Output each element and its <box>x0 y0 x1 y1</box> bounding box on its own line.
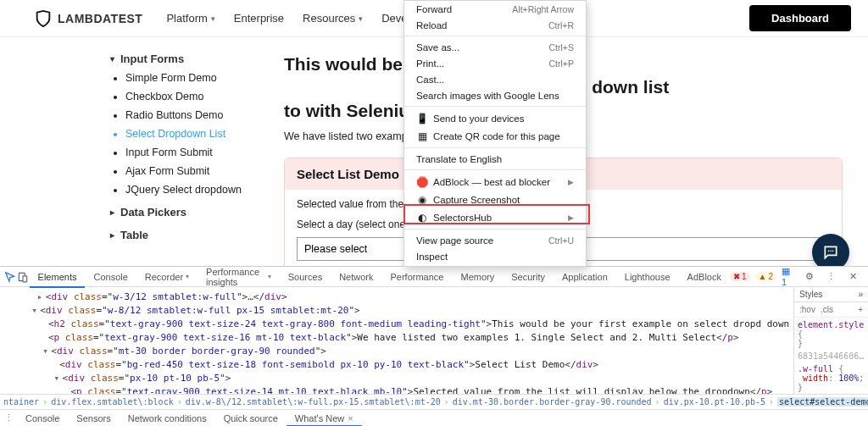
sidebar-section-table[interactable]: ▸Table <box>110 229 267 241</box>
more-icon[interactable]: ⋮ <box>823 268 840 286</box>
devtools-tab-memory[interactable]: Memory <box>452 267 503 287</box>
context-menu-item[interactable]: ForwardAlt+Right Arrow <box>404 1 586 17</box>
logo[interactable]: LAMBDATEST <box>34 9 142 28</box>
chevron-down-icon: ▾ <box>211 14 215 23</box>
close-icon[interactable]: ✕ <box>844 268 861 286</box>
svg-point-0 <box>828 251 830 252</box>
adblock-icon: 🛑 <box>416 176 428 188</box>
context-menu-item[interactable]: ◐SelectorsHub▶ <box>404 208 586 226</box>
chevron-down-icon: ▾ <box>110 54 120 64</box>
svg-point-1 <box>830 251 832 252</box>
qr-icon: ▦ <box>416 130 428 142</box>
sidebar-item-checkbox[interactable]: Checkbox Demo <box>125 91 267 102</box>
nav-resources[interactable]: Resources▾ <box>303 12 363 25</box>
drawer-tab-console[interactable]: Console <box>17 410 68 427</box>
context-menu-item[interactable]: 🛑AdBlock — best ad blocker▶ <box>404 173 586 191</box>
devtools-tab-network[interactable]: Network <box>331 267 381 287</box>
sidebar-item-simple-form[interactable]: Simple Form Demo <box>125 72 267 84</box>
context-menu-item[interactable]: Save as...Ctrl+S <box>404 39 586 55</box>
devtools-tab-recorder[interactable]: Recorder▾ <box>136 267 198 287</box>
elements-tree[interactable]: ▸<div class="w-3/12 smtablet:w-full">…</… <box>0 287 793 394</box>
devices-icon: 📱 <box>416 113 428 124</box>
chat-icon <box>822 244 839 261</box>
capture-icon: ◉ <box>416 194 428 206</box>
more-icon[interactable]: ⋮ <box>0 412 17 423</box>
dashboard-button[interactable]: Dashboard <box>749 5 851 31</box>
context-menu-item[interactable]: Translate to English <box>404 151 586 167</box>
devtools-tab-sources[interactable]: Sources <box>280 267 331 287</box>
context-menu-item[interactable]: Inspect <box>404 248 586 264</box>
context-menu-item[interactable]: ReloadCtrl+R <box>404 17 586 33</box>
devtools-tab-lighthouse[interactable]: Lighthouse <box>616 267 679 287</box>
sidebar-item-input-form[interactable]: Input Form Submit <box>125 147 267 158</box>
sidebar-section-data-pickers[interactable]: ▸Data Pickers <box>110 206 267 219</box>
chevron-right-icon: ▸ <box>110 207 120 217</box>
gear-icon[interactable]: ⚙ <box>801 268 818 286</box>
cls-filter[interactable]: .cls <box>821 305 833 314</box>
hover-filter[interactable]: :hov <box>799 305 815 314</box>
nav-enterprise[interactable]: Enterprise <box>234 12 284 25</box>
chevron-down-icon: ▾ <box>359 14 363 23</box>
issues-badge[interactable]: ▦ 1 <box>782 266 796 287</box>
sidebar-section-input-forms[interactable]: ▾Input Forms <box>110 53 267 65</box>
sidebar: ▾Input Forms Simple Form Demo Checkbox D… <box>110 53 267 274</box>
devtools-tab-application[interactable]: Application <box>554 267 616 287</box>
drawer-tab-whats-new[interactable]: What's New× <box>287 410 362 427</box>
devtools-tab-security[interactable]: Security <box>503 267 554 287</box>
devtools: Elements Console Recorder▾ Performance i… <box>0 266 868 426</box>
error-badge[interactable]: ✖ 1 <box>730 272 750 281</box>
svg-rect-4 <box>23 275 27 281</box>
drawer-tab-sensors[interactable]: Sensors <box>68 410 119 427</box>
plus-icon[interactable]: + <box>858 305 863 314</box>
close-icon[interactable]: × <box>348 413 353 423</box>
devtools-tab-elements[interactable]: Elements <box>30 267 86 287</box>
devtools-tab-perf-insights[interactable]: Performance insights▾ <box>198 267 280 287</box>
svg-point-2 <box>832 251 834 252</box>
styles-pane: Styles» :hov.cls+ element.style {} 6831a… <box>793 287 868 394</box>
breadcrumb[interactable]: ntainer› div.flex.smtablet\:block› div.w… <box>0 394 868 409</box>
chevron-down-icon: ▾ <box>186 273 189 280</box>
logo-icon <box>34 9 53 28</box>
selhub-icon: ◐ <box>416 212 428 224</box>
devtools-tabs: Elements Console Recorder▾ Performance i… <box>0 267 868 287</box>
devtools-drawer: ⋮ Console Sensors Network conditions Qui… <box>0 409 868 426</box>
nav-platform[interactable]: Platform▾ <box>166 12 214 25</box>
context-menu-item[interactable]: Search images with Google Lens <box>404 87 586 103</box>
context-menu-item[interactable]: ◉Capture Screenshot <box>404 191 586 208</box>
chevron-right-icon: ▶ <box>568 213 574 222</box>
drawer-tab-network-cond[interactable]: Network conditions <box>120 410 215 427</box>
styles-tab[interactable]: Styles <box>799 290 822 299</box>
warning-badge[interactable]: ▲ 2 <box>755 272 776 281</box>
context-menu-item[interactable]: View page sourceCtrl+U <box>404 232 586 248</box>
chevron-right-icon: ▸ <box>110 230 120 240</box>
chevron-down-icon: ▾ <box>268 273 271 280</box>
context-menu: ForwardAlt+Right ArrowReloadCtrl+RSave a… <box>403 0 587 267</box>
sidebar-item-select-dropdown[interactable]: Select Dropdown List <box>125 128 267 140</box>
context-menu-item[interactable]: Cast... <box>404 71 586 87</box>
chevron-right-icon: ▶ <box>568 178 574 186</box>
context-menu-item[interactable]: ▦Create QR code for this page <box>404 127 586 145</box>
sidebar-item-ajax-form[interactable]: Ajax Form Submit <box>125 165 267 177</box>
more-icon[interactable]: » <box>858 290 863 299</box>
drawer-tab-quick-source[interactable]: Quick source <box>215 410 287 427</box>
devtools-tab-adblock[interactable]: AdBlock <box>679 267 730 287</box>
sidebar-item-jquery-select[interactable]: JQuery Select dropdown <box>125 184 267 196</box>
logo-text: LAMBDATEST <box>58 12 142 25</box>
device-toolbar-icon[interactable] <box>16 268 29 286</box>
context-menu-item[interactable]: 📱Send to your devices <box>404 109 586 127</box>
devtools-tab-console[interactable]: Console <box>85 267 136 287</box>
inspect-element-icon[interactable] <box>3 268 16 286</box>
sidebar-item-radio[interactable]: Radio Buttons Demo <box>125 109 267 121</box>
context-menu-item[interactable]: Print...Ctrl+P <box>404 55 586 71</box>
devtools-tab-performance[interactable]: Performance <box>381 267 452 287</box>
